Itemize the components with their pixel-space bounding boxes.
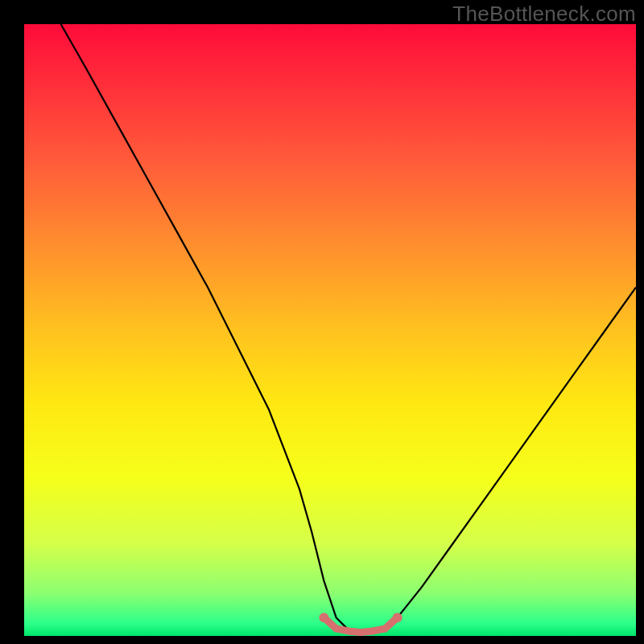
highlight-dot bbox=[345, 627, 352, 634]
chart-frame: TheBottleneck.com bbox=[0, 0, 644, 644]
highlight-dot bbox=[369, 627, 377, 634]
highlight-dot bbox=[382, 625, 389, 632]
plot-background bbox=[24, 24, 636, 636]
highlight-dot bbox=[357, 629, 365, 636]
highlight-dot bbox=[319, 613, 328, 622]
bottleneck-chart bbox=[0, 0, 644, 644]
watermark-text: TheBottleneck.com bbox=[452, 2, 636, 27]
highlight-dot bbox=[393, 613, 402, 622]
highlight-dot bbox=[332, 625, 340, 632]
